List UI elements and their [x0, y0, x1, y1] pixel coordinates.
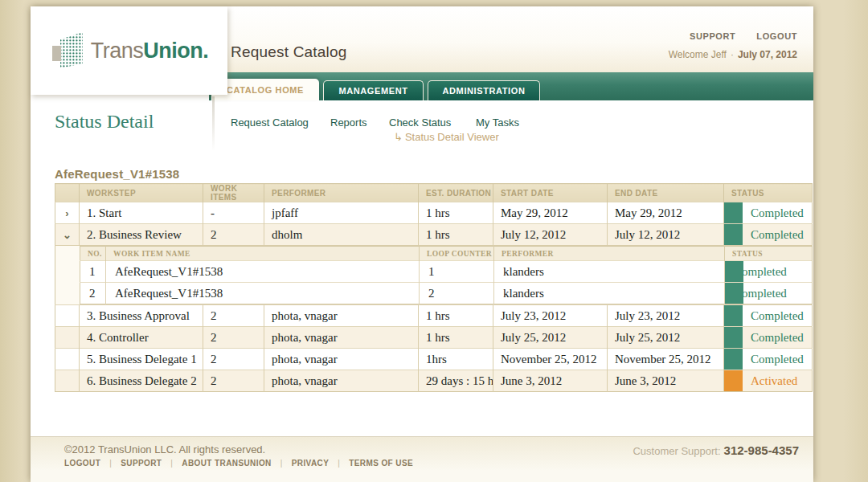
- work-item-name-cell: AfeRequest_V1#1538: [106, 283, 420, 304]
- expand-row-icon[interactable]: ›: [55, 202, 80, 224]
- collapse-row-icon[interactable]: ⌄: [55, 224, 80, 246]
- col-est-duration: EST. DURATION: [419, 184, 493, 202]
- topbar-links: SUPPORT LOGOUT: [690, 31, 797, 41]
- table-row: 5. Business Delegate 1 2 phota, vnagar 1…: [55, 349, 813, 370]
- col-end-date: END DATE: [608, 184, 724, 202]
- loop-counter-cell: 1: [420, 261, 494, 283]
- expander-cell: [55, 305, 80, 327]
- status-swatch: [724, 305, 743, 326]
- performer-cell: dholm: [264, 224, 419, 246]
- status-cell: Completed: [725, 283, 813, 304]
- work-items-subtable: NO. WORK ITEM NAME LOOP COUNTER PERFORME…: [80, 246, 813, 304]
- performer-cell: klanders: [494, 283, 725, 304]
- subtable-header-row: NO. WORK ITEM NAME LOOP COUNTER PERFORME…: [80, 247, 813, 261]
- performer-cell: phota, vnagar: [264, 370, 419, 392]
- subcol-status: STATUS: [725, 247, 813, 261]
- performer-cell: phota, vnagar: [264, 327, 419, 349]
- col-start-date: START DATE: [493, 184, 608, 202]
- separator: |: [170, 459, 173, 468]
- subtable-data-row: 2 AfeRequest_V1#1538 2 klanders Complete…: [80, 283, 813, 304]
- end-date-cell: July 25, 2012: [608, 327, 724, 349]
- duration-cell: 1 hrs: [419, 305, 493, 327]
- customer-support-phone: 312-985-4357: [724, 443, 799, 457]
- footer-support-link[interactable]: SUPPORT: [121, 459, 162, 468]
- primary-navbar: CATALOG HOME MANAGEMENT ADMINISTRATION: [209, 72, 813, 100]
- col-work-items: WORK ITEMS: [203, 184, 264, 202]
- table-row: 4. Controller 2 phota, vnagar 1 hrs July…: [55, 327, 813, 349]
- main-card: Request Catalog SUPPORT LOGOUT Welcome J…: [31, 6, 813, 482]
- subtable-row: NO. WORK ITEM NAME LOOP COUNTER PERFORME…: [55, 246, 813, 305]
- subtable-data-row: 1 AfeRequest_V1#1538 1 klanders Complete…: [80, 261, 813, 283]
- table-row: 3. Business Approval 2 phota, vnagar 1 h…: [55, 305, 813, 327]
- subnav-my-tasks[interactable]: My Tasks: [476, 116, 519, 129]
- separator: |: [109, 459, 112, 468]
- status-cell: Completed: [724, 327, 813, 349]
- status-cell: Completed: [724, 224, 813, 246]
- customer-support: Customer Support:312-985-4357: [633, 443, 799, 457]
- status-cell: Activated: [724, 370, 813, 392]
- status-swatch: [724, 327, 743, 348]
- end-date-cell: July 12, 2012: [608, 224, 724, 246]
- work-item-name-cell: AfeRequest_V1#1538: [106, 261, 420, 283]
- subnav-check-status[interactable]: Check Status: [389, 116, 451, 129]
- duration-cell: 1hrs: [419, 349, 493, 370]
- status-swatch: [724, 370, 743, 391]
- work-items-cell: -: [203, 202, 264, 224]
- logo-link[interactable]: TransUnion.: [31, 6, 227, 95]
- table-header-row: WORKSTEP WORK ITEMS PERFORMER EST. DURAT…: [55, 184, 813, 202]
- workstep-cell: 6. Business Delegate 2: [80, 370, 203, 392]
- support-link[interactable]: SUPPORT: [690, 31, 735, 41]
- performer-cell: phota, vnagar: [264, 349, 419, 370]
- table-row: › 1. Start - jpfaff 1 hrs May 29, 2012 M…: [55, 202, 813, 224]
- footer-about-link[interactable]: ABOUT TRANSUNION: [182, 459, 271, 468]
- col-status: STATUS: [724, 184, 813, 202]
- tab-management[interactable]: MANAGEMENT: [323, 80, 424, 100]
- duration-cell: 1 hrs: [419, 327, 493, 349]
- footer-terms-link[interactable]: TERMS OF USE: [349, 459, 413, 468]
- subcol-loop-counter: LOOP COUNTER: [420, 247, 494, 261]
- expander-cell: [55, 327, 80, 349]
- duration-cell: 1 hrs: [419, 224, 493, 246]
- duration-cell: 1 hrs: [419, 202, 493, 224]
- status-cell: Completed: [724, 202, 813, 224]
- performer-cell: klanders: [494, 261, 725, 283]
- work-items-cell: 2: [203, 224, 264, 246]
- tab-catalog-home[interactable]: CATALOG HOME: [211, 79, 319, 100]
- welcome-line: Welcome Jeff·July 07, 2012: [669, 49, 797, 60]
- dot-separator: ·: [731, 49, 734, 60]
- subtable-holder: NO. WORK ITEM NAME LOOP COUNTER PERFORME…: [55, 246, 813, 305]
- status-cell: Completed: [724, 305, 813, 327]
- expander-cell: [55, 349, 80, 370]
- status-table: WORKSTEP WORK ITEMS PERFORMER EST. DURAT…: [55, 183, 813, 392]
- footer: ©2012 TransUnion LLC. All rights reserve…: [31, 436, 813, 482]
- table-row: 6. Business Delegate 2 2 phota, vnagar 2…: [55, 370, 813, 392]
- workstep-cell: 4. Controller: [80, 327, 203, 349]
- col-performer: PERFORMER: [264, 184, 419, 202]
- no-cell: 1: [80, 261, 106, 283]
- performer-cell: phota, vnagar: [264, 305, 419, 327]
- footer-links: LOGOUT | SUPPORT | ABOUT TRANSUNION | PR…: [64, 459, 413, 468]
- tab-administration[interactable]: ADMINISTRATION: [428, 80, 540, 100]
- current-view-label: Status Detail Viewer: [405, 131, 499, 143]
- workstep-cell: 2. Business Review: [80, 224, 203, 246]
- app-title: Request Catalog: [231, 43, 347, 61]
- workstep-cell: 5. Business Delegate 1: [80, 349, 203, 370]
- current-date: July 07, 2012: [738, 49, 797, 60]
- footer-logout-link[interactable]: LOGOUT: [64, 459, 100, 468]
- status-swatch: [725, 283, 743, 304]
- workstep-cell: 3. Business Approval: [80, 305, 203, 327]
- performer-cell: jpfaff: [264, 202, 419, 224]
- status-cell: Completed: [724, 349, 813, 370]
- request-id: AfeRequest_V1#1538: [55, 167, 179, 181]
- status-swatch: [724, 224, 743, 245]
- start-date-cell: June 3, 2012: [493, 370, 608, 392]
- footer-privacy-link[interactable]: PRIVACY: [292, 459, 330, 468]
- status-cell: Completed: [725, 261, 813, 283]
- logout-link[interactable]: LOGOUT: [756, 31, 797, 41]
- subnav-reports[interactable]: Reports: [330, 116, 367, 129]
- subnav-request-catalog[interactable]: Request Catalog: [231, 116, 309, 129]
- subcol-no: NO.: [80, 247, 106, 261]
- end-date-cell: June 3, 2012: [608, 370, 724, 392]
- breadcrumb-current: ↳Status Detail Viewer: [394, 131, 499, 143]
- work-items-cell: 2: [203, 370, 264, 392]
